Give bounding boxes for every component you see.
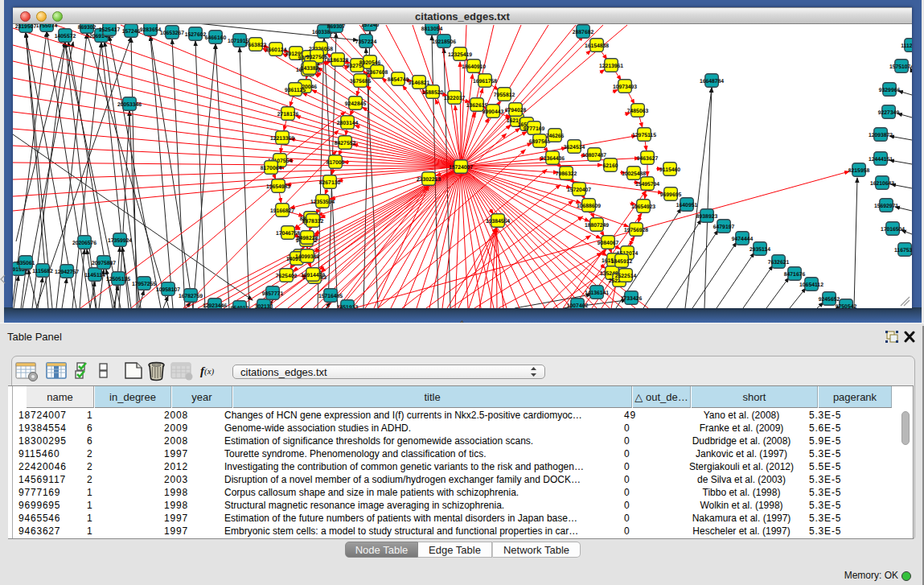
- svg-text:19756928: 19756928: [624, 228, 648, 233]
- svg-text:16154838: 16154838: [585, 43, 609, 49]
- svg-text:18640910: 18640910: [462, 64, 486, 70]
- svg-text:(x): (x): [204, 366, 215, 377]
- svg-text:2887682: 2887682: [573, 30, 594, 35]
- svg-text:20053346: 20053346: [117, 102, 142, 108]
- svg-text:6466160: 6466160: [205, 35, 227, 41]
- svg-text:10653267: 10653267: [160, 31, 184, 36]
- svg-text:1007462: 1007462: [567, 303, 589, 309]
- svg-text:8267130: 8267130: [319, 180, 341, 186]
- svg-text:157246: 157246: [122, 29, 141, 35]
- svg-text:12975115: 12975115: [632, 133, 656, 138]
- svg-text:2803144: 2803144: [337, 121, 359, 126]
- svg-text:869307: 869307: [327, 24, 346, 30]
- svg-text:1112936: 1112936: [901, 43, 912, 49]
- svg-text:2718176: 2718176: [277, 112, 299, 117]
- svg-text:7485063: 7485063: [627, 109, 649, 114]
- svg-text:15716485: 15716485: [318, 294, 343, 299]
- svg-text:1527602: 1527602: [185, 32, 207, 38]
- svg-text:9777169: 9777169: [524, 126, 545, 132]
- svg-text:9242845: 9242845: [345, 101, 367, 107]
- svg-text:16914479: 16914479: [301, 273, 325, 278]
- svg-text:1755074: 1755074: [36, 24, 58, 29]
- svg-text:9084067: 9084067: [598, 241, 619, 246]
- svg-text:12923446: 12923446: [203, 303, 227, 309]
- svg-text:7663822: 7663822: [245, 43, 267, 48]
- svg-text:12325419: 12325419: [448, 52, 472, 58]
- svg-text:835061: 835061: [17, 261, 35, 266]
- svg-text:8813054: 8813054: [421, 27, 443, 32]
- svg-text:16961758: 16961758: [473, 79, 497, 84]
- svg-text:8186328: 8186328: [327, 58, 349, 64]
- svg-text:15751074: 15751074: [889, 64, 912, 70]
- svg-text:19654983: 19654983: [266, 184, 290, 190]
- svg-text:869302: 869302: [78, 25, 97, 31]
- svg-text:9857771: 9857771: [262, 291, 284, 297]
- svg-text:954012: 954012: [231, 306, 249, 309]
- svg-text:6794028: 6794028: [505, 108, 527, 113]
- svg-text:2935114: 2935114: [749, 247, 770, 253]
- svg-text:9750542: 9750542: [836, 304, 857, 309]
- svg-text:9463627: 9463627: [637, 156, 659, 162]
- svg-text:1322037: 1322037: [444, 96, 466, 101]
- svg-text:1588520: 1588520: [422, 90, 444, 96]
- svg-text:2367608: 2367608: [367, 70, 388, 76]
- svg-text:9329966: 9329966: [879, 88, 901, 93]
- svg-text:12942757: 12942757: [55, 270, 79, 275]
- svg-text:8471676: 8471676: [784, 272, 806, 278]
- svg-text:62160: 62160: [603, 163, 618, 169]
- svg-text:15692971: 15692971: [874, 204, 898, 209]
- svg-text:9283654: 9283654: [140, 27, 162, 33]
- svg-text:9474444: 9474444: [732, 237, 754, 242]
- svg-text:12353594: 12353594: [310, 200, 335, 205]
- svg-text:9245652: 9245652: [819, 297, 840, 303]
- svg-text:1733426: 1733426: [621, 296, 643, 302]
- svg-text:10025488: 10025488: [622, 171, 646, 177]
- svg-text:302133: 302133: [255, 304, 273, 309]
- svg-text:19384554: 19384554: [486, 219, 510, 225]
- svg-text:8878332: 8878332: [302, 219, 324, 225]
- svg-text:7357224: 7357224: [355, 39, 377, 45]
- svg-text:10973493: 10973493: [613, 84, 637, 90]
- svg-text:2522514: 2522514: [615, 274, 637, 279]
- svg-text:1405572: 1405572: [55, 34, 76, 39]
- svg-text:1451933: 1451933: [337, 305, 359, 309]
- svg-text:1845912: 1845912: [611, 259, 633, 265]
- svg-text:7632621: 7632621: [768, 260, 790, 266]
- svg-text:20975887: 20975887: [92, 261, 116, 266]
- svg-text:9327505: 9327505: [306, 55, 328, 60]
- svg-text:8427552: 8427552: [335, 141, 356, 146]
- svg-text:8454749: 8454749: [388, 77, 409, 83]
- svg-text:7986322: 7986322: [556, 171, 577, 177]
- svg-text:7625402: 7625402: [276, 274, 298, 279]
- svg-text:10654112: 10654112: [799, 282, 823, 288]
- svg-text:17359924: 17359924: [108, 238, 132, 244]
- svg-text:746266: 746266: [546, 134, 565, 139]
- svg-text:817006: 817006: [326, 160, 345, 166]
- svg-text:15495794: 15495794: [635, 182, 659, 187]
- svg-text:12444151: 12444151: [869, 157, 893, 163]
- svg-text:14099349: 14099349: [295, 254, 319, 260]
- svg-text:8990443: 8990443: [483, 109, 504, 115]
- svg-text:1640951: 1640951: [676, 203, 698, 208]
- svg-text:12213369: 12213369: [270, 136, 294, 142]
- svg-text:1362615: 1362615: [466, 103, 488, 109]
- svg-text:19218506: 19218506: [432, 39, 456, 45]
- svg-text:9361125: 9361125: [285, 88, 306, 93]
- svg-text:9699695: 9699695: [660, 192, 682, 198]
- svg-text:19166827: 19166827: [270, 208, 294, 214]
- svg-text:8215958: 8215958: [848, 168, 870, 174]
- svg-text:6479197: 6479197: [713, 225, 735, 230]
- svg-text:16648784: 16648784: [700, 79, 724, 84]
- svg-text:6897568: 6897568: [529, 139, 551, 145]
- svg-text:143382: 143382: [301, 66, 319, 72]
- svg-text:18724007: 18724007: [449, 165, 473, 171]
- svg-text:12505135: 12505135: [106, 277, 130, 282]
- svg-text:17957255: 17957255: [132, 282, 156, 287]
- svg-text:1145114: 1145114: [84, 273, 105, 278]
- svg-text:3675685: 3675685: [350, 79, 372, 84]
- svg-text:9115460: 9115460: [659, 167, 680, 173]
- svg-text:10688609: 10688609: [577, 204, 601, 209]
- svg-text:10958107: 10958107: [156, 287, 180, 293]
- svg-text:21364436: 21364436: [540, 156, 565, 162]
- svg-text:12213961: 12213961: [599, 64, 623, 69]
